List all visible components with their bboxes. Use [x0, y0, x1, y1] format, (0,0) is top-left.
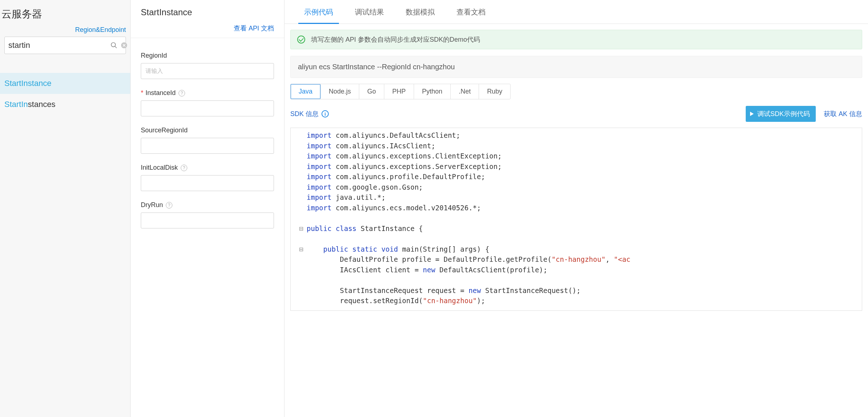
api-list: StartInstanceStartInstances	[0, 73, 130, 115]
api-list-item[interactable]: StartInstance	[0, 73, 130, 94]
params-panel: StartInstance 查看 API 文档 RegionId*Instanc…	[131, 0, 284, 417]
right-panel: 示例代码调试结果数据模拟查看文档 填写左侧的 API 参数会自动同步生成对应SD…	[284, 0, 868, 417]
sidebar-title: 云服务器	[0, 0, 130, 25]
lang-tab-java[interactable]: Java	[291, 84, 321, 99]
lang-tab-ruby[interactable]: Ruby	[479, 84, 510, 99]
help-icon[interactable]: ?	[166, 202, 172, 208]
info-banner: 填写左侧的 API 参数会自动同步生成对应SDK的Demo代码	[290, 30, 862, 49]
sidebar-top: Region&Endpoint	[0, 25, 130, 35]
form-group-regionid: RegionId	[141, 52, 274, 79]
get-ak-link[interactable]: 获取 AK 信息	[824, 110, 862, 118]
cli-command-box[interactable]: aliyun ecs StartInstance --RegionId cn-h…	[290, 56, 862, 78]
sdk-right: 调试SDK示例代码 获取 AK 信息	[746, 106, 862, 122]
form-input-wrap	[141, 63, 274, 79]
form-label: *InstanceId?	[141, 89, 274, 97]
lang-tab-dotnet[interactable]: .Net	[451, 84, 479, 99]
search-wrap	[0, 35, 130, 58]
form-input-wrap	[141, 175, 274, 191]
help-icon[interactable]: ?	[181, 165, 187, 171]
sdk-row: SDK 信息 i 调试SDK示例代码 获取 AK 信息	[290, 106, 862, 122]
required-asterisk: *	[141, 89, 143, 97]
form-label-text: InitLocalDisk	[141, 164, 178, 172]
api-list-item[interactable]: StartInstances	[0, 94, 130, 115]
search-icon[interactable]	[110, 42, 118, 49]
sdk-info-label: SDK 信息	[290, 110, 319, 118]
form-group-instanceid: *InstanceId?	[141, 89, 274, 116]
form-label: SourceRegionId	[141, 127, 274, 134]
lang-tab-php[interactable]: PHP	[384, 84, 414, 99]
svg-line-1	[115, 46, 117, 48]
form-label: InitLocalDisk?	[141, 164, 274, 172]
tab-debug[interactable]: 调试结果	[344, 0, 395, 24]
input-initlocaldisk[interactable]	[141, 175, 274, 191]
form-group-dryrun: DryRun?	[141, 201, 274, 228]
success-icon	[297, 36, 305, 44]
svg-point-0	[111, 43, 116, 47]
lang-tab-nodejs[interactable]: Node.js	[321, 84, 359, 99]
form-input-wrap	[141, 212, 274, 228]
params-head: StartInstance 查看 API 文档	[131, 0, 284, 38]
form-group-initlocaldisk: InitLocalDisk?	[141, 164, 274, 191]
info-banner-text: 填写左侧的 API 参数会自动同步生成对应SDK的Demo代码	[311, 35, 480, 44]
form-label: RegionId	[141, 52, 274, 59]
params-body: RegionId*InstanceId?SourceRegionIdInitLo…	[131, 38, 284, 239]
input-regionid[interactable]	[141, 63, 274, 79]
search-box	[4, 37, 126, 54]
info-icon: i	[322, 110, 329, 117]
clear-icon[interactable]	[120, 42, 128, 49]
form-label: DryRun?	[141, 201, 274, 209]
api-name-title: StartInstance	[141, 7, 274, 17]
tab-docs[interactable]: 查看文档	[446, 0, 496, 24]
input-sourceregionid[interactable]	[141, 138, 274, 154]
form-group-sourceregionid: SourceRegionId	[141, 127, 274, 154]
search-input[interactable]	[8, 41, 108, 50]
code-block[interactable]: import com.aliyuncs.DefaultAcsClient;imp…	[291, 128, 862, 310]
play-icon	[750, 112, 754, 116]
form-label-text: SourceRegionId	[141, 127, 188, 134]
lang-tab-go[interactable]: Go	[359, 84, 384, 99]
form-input-wrap	[141, 138, 274, 154]
form-label-text: InstanceId	[146, 89, 176, 97]
sidebar: 云服务器 Region&Endpoint StartInstanceStartI…	[0, 0, 131, 417]
form-label-text: RegionId	[141, 52, 167, 59]
help-icon[interactable]: ?	[179, 90, 185, 96]
code-area: import com.aliyuncs.DefaultAcsClient;imp…	[290, 128, 862, 311]
lang-tabs: JavaNode.jsGoPHPPython.NetRuby	[290, 84, 511, 99]
tab-mock[interactable]: 数据模拟	[395, 0, 446, 24]
right-tabs: 示例代码调试结果数据模拟查看文档	[284, 0, 868, 24]
run-sdk-demo-button[interactable]: 调试SDK示例代码	[746, 106, 816, 122]
lang-tab-python[interactable]: Python	[414, 84, 451, 99]
run-button-label: 调试SDK示例代码	[757, 110, 810, 118]
region-endpoint-link[interactable]: Region&Endpoint	[75, 26, 126, 34]
form-label-text: DryRun	[141, 201, 163, 209]
tab-sample[interactable]: 示例代码	[293, 0, 344, 24]
input-dryrun[interactable]	[141, 212, 274, 228]
view-api-doc-link[interactable]: 查看 API 文档	[141, 24, 274, 33]
sdk-info-link[interactable]: SDK 信息 i	[290, 110, 329, 118]
form-input-wrap	[141, 100, 274, 116]
input-instanceid[interactable]	[141, 100, 274, 116]
right-body: 填写左侧的 API 参数会自动同步生成对应SDK的Demo代码 aliyun e…	[284, 24, 868, 417]
